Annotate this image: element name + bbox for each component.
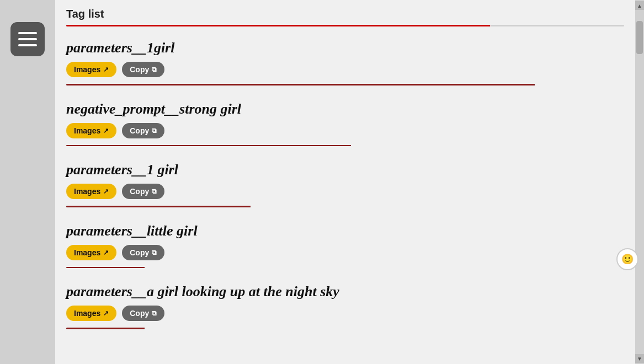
tag-name: parameters__1 girl bbox=[66, 162, 624, 178]
copy-button[interactable]: Copy⧉ bbox=[122, 306, 164, 321]
external-link-icon: ↗ bbox=[103, 66, 109, 73]
tag-actions: Images↗Copy⧉ bbox=[66, 123, 624, 138]
sidebar bbox=[0, 0, 55, 364]
copy-label: Copy bbox=[130, 126, 149, 135]
menu-icon-line-3 bbox=[18, 44, 37, 46]
tag-actions: Images↗Copy⧉ bbox=[66, 62, 624, 77]
tag-item: parameters__a girl looking up at the nig… bbox=[66, 274, 624, 335]
tag-list: parameters__1girlImages↗Copy⧉negative_pr… bbox=[55, 30, 635, 364]
tag-actions: Images↗Copy⧉ bbox=[66, 306, 624, 321]
copy-label: Copy bbox=[130, 248, 149, 257]
tag-divider bbox=[66, 328, 624, 329]
tag-divider bbox=[66, 206, 624, 207]
images-button[interactable]: Images↗ bbox=[66, 62, 116, 77]
scroll-down-arrow[interactable]: ▼ bbox=[635, 354, 644, 363]
copy-icon: ⧉ bbox=[152, 249, 157, 256]
header-divider bbox=[66, 25, 624, 26]
scroll-thumb[interactable] bbox=[636, 21, 643, 54]
tag-divider bbox=[66, 145, 624, 147]
header: Tag list bbox=[55, 0, 635, 30]
tag-name: parameters__a girl looking up at the nig… bbox=[66, 283, 624, 300]
images-label: Images bbox=[74, 309, 100, 318]
tag-actions: Images↗Copy⧉ bbox=[66, 245, 624, 260]
copy-label: Copy bbox=[130, 187, 149, 196]
external-link-icon: ↗ bbox=[103, 249, 109, 256]
copy-button[interactable]: Copy⧉ bbox=[122, 123, 164, 138]
menu-button[interactable] bbox=[10, 22, 45, 56]
external-link-icon: ↗ bbox=[103, 127, 109, 135]
images-label: Images bbox=[74, 187, 100, 196]
page-title: Tag list bbox=[66, 8, 624, 20]
feedback-button[interactable]: 🙂 bbox=[616, 248, 638, 270]
copy-icon: ⧉ bbox=[152, 188, 157, 195]
tag-item: parameters__1 girlImages↗Copy⧉ bbox=[66, 152, 624, 213]
tag-divider bbox=[66, 267, 624, 269]
scrollbar: ▲ ▼ bbox=[635, 0, 644, 364]
main-content: Tag list parameters__1girlImages↗Copy⧉ne… bbox=[55, 0, 635, 364]
menu-icon-line-2 bbox=[18, 38, 37, 40]
tag-actions: Images↗Copy⧉ bbox=[66, 184, 624, 199]
tag-item: parameters__little girlImages↗Copy⧉ bbox=[66, 213, 624, 274]
tag-item: parameters__1girlImages↗Copy⧉ bbox=[66, 30, 624, 91]
scroll-track bbox=[635, 10, 644, 354]
tag-divider bbox=[66, 84, 624, 85]
copy-button[interactable]: Copy⧉ bbox=[122, 245, 164, 260]
images-button[interactable]: Images↗ bbox=[66, 184, 116, 199]
copy-label: Copy bbox=[130, 309, 149, 318]
images-label: Images bbox=[74, 126, 100, 135]
copy-button[interactable]: Copy⧉ bbox=[122, 184, 164, 199]
tag-item: negative_prompt__strong girlImages↗Copy⧉ bbox=[66, 91, 624, 152]
external-link-icon: ↗ bbox=[103, 309, 109, 317]
copy-label: Copy bbox=[130, 65, 149, 74]
scroll-up-arrow[interactable]: ▲ bbox=[635, 1, 644, 10]
copy-button[interactable]: Copy⧉ bbox=[122, 62, 164, 77]
menu-icon-line-1 bbox=[18, 32, 37, 34]
copy-icon: ⧉ bbox=[152, 66, 157, 73]
copy-icon: ⧉ bbox=[152, 127, 157, 135]
tag-name: parameters__little girl bbox=[66, 223, 624, 239]
images-button[interactable]: Images↗ bbox=[66, 306, 116, 321]
tag-name: negative_prompt__strong girl bbox=[66, 101, 624, 117]
images-button[interactable]: Images↗ bbox=[66, 245, 116, 260]
images-button[interactable]: Images↗ bbox=[66, 123, 116, 138]
tag-name: parameters__1girl bbox=[66, 40, 624, 56]
copy-icon: ⧉ bbox=[152, 309, 157, 317]
images-label: Images bbox=[74, 248, 100, 257]
external-link-icon: ↗ bbox=[103, 188, 109, 195]
images-label: Images bbox=[74, 65, 100, 74]
